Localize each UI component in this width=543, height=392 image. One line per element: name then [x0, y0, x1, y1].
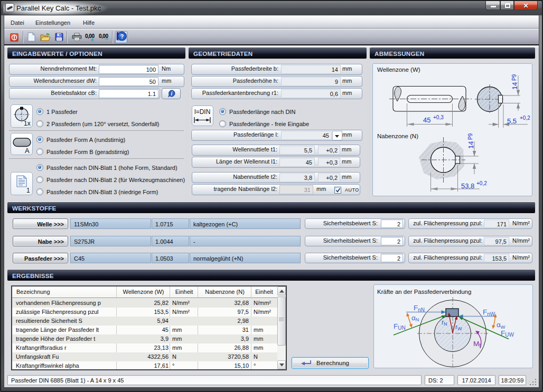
svg-text:P9: P9 [511, 74, 517, 81]
svg-text:i: i [171, 91, 173, 97]
svg-text:14: 14 [511, 82, 519, 90]
svg-text:5,5: 5,5 [507, 117, 517, 125]
svg-text:14: 14 [467, 141, 475, 149]
svg-text:αW: αW [497, 321, 505, 330]
svg-text:P9: P9 [467, 133, 473, 140]
svg-text:45: 45 [423, 116, 430, 124]
svg-text:αN: αN [411, 314, 419, 323]
svg-text:FnN: FnN [414, 304, 425, 313]
svg-text:+0,2: +0,2 [520, 115, 530, 121]
svg-text:?: ? [120, 33, 124, 40]
svg-text:+0,3: +0,3 [433, 114, 444, 120]
svg-text:FUW: FUW [501, 329, 514, 338]
svg-text:53,8: 53,8 [461, 182, 474, 190]
svg-text:+0,2: +0,2 [476, 180, 487, 186]
svg-text:FUN: FUN [394, 322, 406, 331]
svg-text:FnW: FnW [483, 308, 495, 317]
